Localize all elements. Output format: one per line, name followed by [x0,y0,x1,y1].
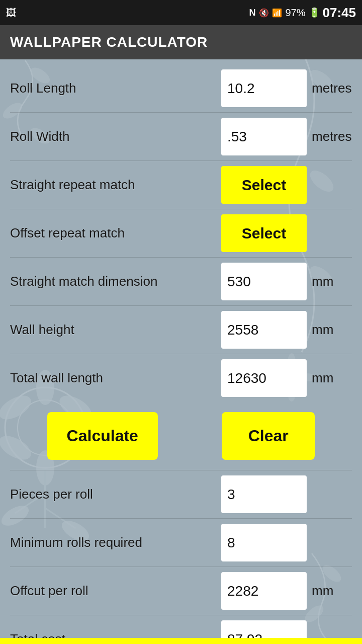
pieces-per-roll-label: Pieces per roll [10,487,221,502]
battery-icon: 🔋 [309,7,320,18]
roll-width-input[interactable] [221,118,307,155]
total-wall-length-label: Total wall length [10,370,221,386]
roll-width-label: Roll Width [10,129,221,144]
signal-icon: 📶 [272,8,282,18]
status-left-icons: 🖼 [6,7,16,19]
straight-repeat-label: Straight repeat match [10,177,221,193]
total-wall-length-row: Total wall length mm [0,354,362,402]
offset-repeat-row: Offset repeat match Select [0,209,362,257]
wall-height-input[interactable] [221,311,307,349]
offset-repeat-select-button[interactable]: Select [221,214,307,252]
main-content: Roll Length metres Roll Width metres Str… [0,59,362,644]
straight-repeat-row: Straight repeat match Select [0,161,362,209]
straight-match-dim-row: Straight match dimension mm [0,258,362,305]
mute-icon: 🔇 [259,8,269,18]
wall-height-label: Wall height [10,322,221,338]
roll-width-row: Roll Width metres [0,113,362,160]
pieces-per-roll-row: Pieces per roll [0,470,362,518]
app-title: WALLPAPER CALCULATOR [10,34,208,50]
pieces-per-roll-value[interactable] [221,475,307,513]
clear-button[interactable]: Clear [222,412,315,460]
total-wall-length-input[interactable] [221,359,307,397]
action-row: Calculate Clear [0,402,362,470]
straight-match-dim-label: Straight match dimension [10,274,221,289]
offcut-per-roll-label: Offcut per roll [10,583,221,599]
network-icon: N [249,8,256,18]
straight-match-dim-unit: mm [307,274,352,289]
status-right-icons: N 🔇 📶 97% 🔋 07:45 [249,5,356,21]
time-display: 07:45 [323,5,356,21]
wall-height-unit: mm [307,322,352,338]
total-wall-length-unit: mm [307,370,352,386]
photo-icon: 🖼 [6,7,16,19]
min-rolls-value[interactable] [221,524,307,561]
offcut-per-roll-value[interactable] [221,572,307,610]
min-rolls-label: Minimum rolls required [10,535,221,550]
roll-length-label: Roll Length [10,80,221,96]
battery-text: 97% [285,7,305,19]
min-rolls-row: Minimum rolls required [0,519,362,567]
roll-width-unit: metres [307,129,352,144]
straight-repeat-select-button[interactable]: Select [221,166,307,204]
bottom-bar [0,638,362,644]
roll-length-unit: metres [307,80,352,96]
calculate-button[interactable]: Calculate [47,412,158,460]
offset-repeat-label: Offset repeat match [10,225,221,241]
straight-match-dim-input[interactable] [221,263,307,300]
roll-length-input[interactable] [221,69,307,107]
app-header: WALLPAPER CALCULATOR [0,25,362,59]
roll-length-row: Roll Length metres [0,64,362,112]
wall-height-row: Wall height mm [0,306,362,354]
offcut-per-roll-unit: mm [307,583,352,599]
status-bar: 🖼 N 🔇 📶 97% 🔋 07:45 [0,0,362,25]
offcut-per-roll-row: Offcut per roll mm [0,567,362,615]
